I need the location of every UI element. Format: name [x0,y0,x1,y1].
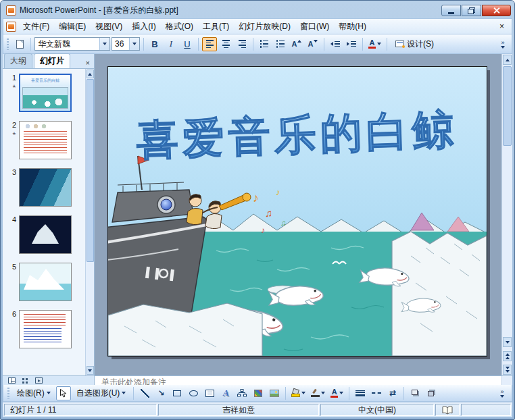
scrollbar-corner [501,376,512,385]
slide-sorter-view-button[interactable] [20,377,31,385]
shadow-style-button[interactable] [408,386,422,400]
increase-indent-icon [347,41,356,47]
draw-menu-button[interactable]: 绘图(R) [13,386,55,400]
close-button[interactable] [482,5,511,16]
align-right-button[interactable] [235,37,249,51]
font-size-combobox[interactable]: 36 [112,37,140,51]
select-objects-button[interactable] [56,386,71,400]
toolbar-options-button[interactable]: » [495,386,510,400]
font-name-combobox[interactable]: 华文新魏 [34,37,110,51]
menu-item-file[interactable]: 文件(F) [18,19,54,34]
next-slide-button[interactable] [503,365,512,375]
3d-style-button[interactable] [424,386,439,400]
slide-design-button[interactable]: 设计(S) [391,37,439,51]
tab-slides[interactable]: 幻灯片 [34,53,70,68]
scrollbar-thumb[interactable] [503,66,512,146]
toolbar-separator [285,387,286,400]
increase-font-icon: A [292,40,302,48]
line-style-button[interactable] [353,386,368,400]
bullet-list-button[interactable] [273,37,288,51]
thumbnail-image[interactable] [19,310,72,348]
minimize-button[interactable] [441,5,461,16]
line-color-button[interactable] [309,386,327,400]
insert-clipart-button[interactable] [251,386,266,400]
panel-scrollbar-thumb[interactable] [87,79,94,262]
restore-button[interactable] [462,5,481,16]
font-name-value: 华文新魏 [35,38,99,50]
wordart-button[interactable]: A [218,386,233,400]
toolbar-drag-handle[interactable] [7,38,9,50]
increase-font-size-button[interactable]: A [289,37,304,51]
slide-number: 3 [12,168,16,176]
panel-scroll-down-button[interactable] [87,366,94,375]
thumbnail-image[interactable] [19,168,72,207]
menu-item-slideshow[interactable]: 幻灯片放映(D) [234,19,295,34]
font-color-button[interactable]: A [328,386,345,400]
scroll-down-button[interactable] [503,337,512,347]
panel-scrollbar[interactable] [85,69,94,375]
font-color-button[interactable]: A [366,37,383,51]
align-center-button[interactable] [218,37,233,51]
toolbar-separator [253,38,253,51]
toolbar-options-button[interactable]: » [495,37,510,51]
arrow-style-icon: ⇄ [389,388,396,398]
arrow-style-button[interactable]: ⇄ [385,386,400,400]
thumbnail-image[interactable] [19,263,72,301]
slide-thumbnail-6[interactable]: 6 [3,310,84,348]
slide-canvas[interactable]: ♪ ♫ ♪ ♪ ♫ 喜爱音乐的白鲸 [108,67,487,356]
previous-slide-button[interactable] [503,351,512,361]
menu-item-edit[interactable]: 编辑(E) [54,19,91,34]
normal-view-button[interactable] [6,377,18,385]
italic-button[interactable]: I [164,37,178,51]
align-center-icon [222,40,230,48]
toolbar-drag-handle[interactable] [7,388,9,399]
rectangle-tool-button[interactable] [170,386,185,400]
oval-icon [189,390,198,396]
new-slide-button[interactable] [12,37,27,51]
menu-item-tools[interactable]: 工具(T) [198,19,234,34]
oval-tool-button[interactable] [186,386,201,400]
dash-style-icon [372,392,381,394]
slideshow-button[interactable] [33,377,45,385]
line-tool-button[interactable] [137,386,152,400]
slide-thumbnail-4[interactable]: 4 [3,215,84,254]
dash-style-button[interactable] [369,386,384,400]
transition-star-icon: ★ [12,84,16,89]
thumbnail-image[interactable] [19,215,72,254]
thumbnail-image[interactable] [19,121,72,159]
fill-color-button[interactable] [289,386,308,400]
font-dropdown-button[interactable] [99,38,109,50]
close-document-icon[interactable]: × [495,22,509,31]
arrow-tool-button[interactable]: ↘ [153,386,168,400]
menu-item-view[interactable]: 视图(V) [91,19,127,34]
panel-close-icon[interactable]: × [86,59,93,68]
bold-button[interactable]: B [147,37,162,51]
slide-thumbnail-3[interactable]: 3 [3,168,84,207]
decrease-indent-button[interactable] [328,37,343,51]
align-left-button[interactable] [202,37,217,51]
insert-picture-button[interactable] [267,386,282,400]
slide-indicator: 幻灯片 1 / 11 [4,404,157,416]
slide-thumbnail-5[interactable]: 5 [3,263,84,301]
notes-pane[interactable]: 单击此处添加备注 [95,376,501,385]
vertical-scrollbar[interactable] [501,54,512,375]
underline-button[interactable]: U [180,37,195,51]
tab-outline[interactable]: 大纲 [4,53,32,68]
panel-scroll-up-button[interactable] [87,70,94,78]
increase-indent-button[interactable] [344,37,359,51]
text-box-button[interactable] [202,386,217,400]
autoshapes-menu-button[interactable]: 自选图形(U) [72,386,130,400]
menu-item-help[interactable]: 帮助(H) [334,19,371,34]
scroll-up-button[interactable] [503,55,512,65]
decrease-font-size-button[interactable]: A [305,37,320,51]
font-size-dropdown-button[interactable] [129,38,139,50]
arrow-icon: ↘ [157,388,164,398]
menu-item-format[interactable]: 格式(O) [161,19,198,34]
diagram-button[interactable] [235,386,249,400]
slide-thumbnail-2[interactable]: 2★ [3,121,84,159]
numbered-list-button[interactable] [257,37,272,51]
thumbnail-image[interactable]: 喜爱音乐的白鲸 [19,74,72,112]
slide-thumbnail-1[interactable]: 1★ 喜爱音乐的白鲸 [3,74,84,112]
menu-item-window[interactable]: 窗口(W) [295,19,334,34]
menu-item-insert[interactable]: 插入(I) [127,19,160,34]
